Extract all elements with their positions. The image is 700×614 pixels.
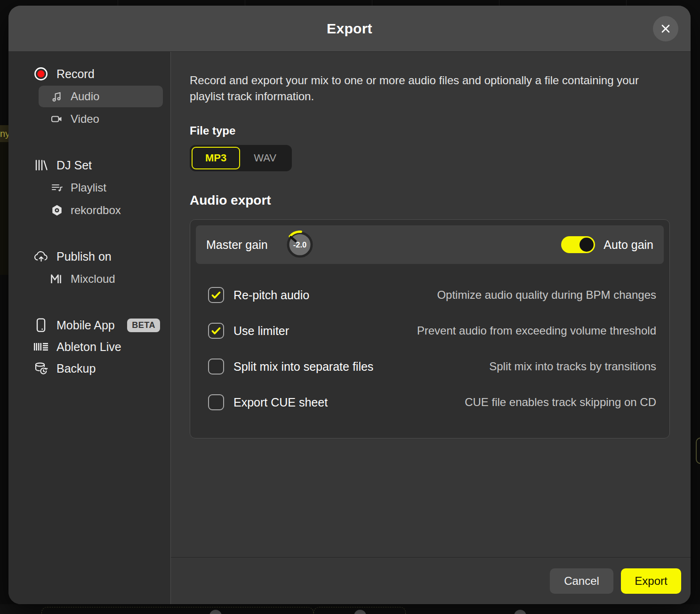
option-row-use-limiter: Use limiter Prevent audio from exceeding… xyxy=(208,313,656,349)
option-row-export-cue-sheet: Export CUE sheet CUE file enables track … xyxy=(208,384,656,420)
video-camera-icon xyxy=(49,112,65,126)
background-fragment xyxy=(41,607,314,614)
sidebar-item-label: Backup xyxy=(56,362,96,375)
file-type-option-mp3[interactable]: MP3 xyxy=(192,147,240,169)
sidebar-item-rekordbox[interactable]: rekordbox xyxy=(39,199,163,221)
export-description: Record and export your mix to one or mor… xyxy=(190,72,670,104)
sidebar-item-label: rekordbox xyxy=(71,204,121,217)
playlist-icon xyxy=(49,181,65,194)
mixcloud-icon xyxy=(49,273,65,285)
sidebar-item-label: Record xyxy=(56,67,95,81)
sidebar-item-label: DJ Set xyxy=(56,159,92,172)
auto-gain-label: Auto gain xyxy=(603,238,653,252)
export-dialog: Export Record xyxy=(8,6,691,604)
audio-export-options-panel: Master gain -2.0 xyxy=(190,219,670,439)
background-fragment xyxy=(0,142,8,275)
re-pitch-audio-checkbox[interactable] xyxy=(208,287,224,303)
auto-gain-toggle[interactable] xyxy=(561,236,595,253)
audio-export-section-title: Audio export xyxy=(190,193,670,208)
option-label: Use limiter xyxy=(233,324,289,338)
option-label: Re-pitch audio xyxy=(233,288,309,302)
rekordbox-icon xyxy=(49,204,65,217)
mobile-phone-icon xyxy=(31,318,51,333)
dialog-footer: Cancel Export xyxy=(171,557,691,604)
option-description: Optimize audio quality during BPM change… xyxy=(437,288,656,302)
sidebar-item-dj-set[interactable]: DJ Set xyxy=(8,154,170,176)
file-type-option-wav[interactable]: WAV xyxy=(240,147,290,169)
background-fragment xyxy=(118,0,118,6)
option-label: Split mix into separate files xyxy=(233,360,373,374)
file-type-label: File type xyxy=(190,124,670,137)
library-icon xyxy=(31,158,51,172)
sidebar-item-label: Video xyxy=(71,112,99,126)
sidebar-item-publish-on[interactable]: Publish on xyxy=(8,246,170,267)
export-settings-panel: Record and export your mix to one or mor… xyxy=(171,52,691,557)
beta-badge: BETA xyxy=(127,319,160,332)
master-gain-knob[interactable]: -2.0 xyxy=(286,231,314,259)
sidebar-item-label: Mixcloud xyxy=(71,272,115,286)
music-note-icon xyxy=(49,90,65,103)
sidebar-item-label: Mobile App xyxy=(56,319,115,332)
sidebar-item-label: Playlist xyxy=(71,181,106,194)
option-description: Split mix into tracks by transitions xyxy=(489,360,656,373)
background-fragment xyxy=(245,0,245,6)
dialog-title: Export xyxy=(327,21,372,37)
close-icon xyxy=(660,23,671,34)
sidebar-item-playlist[interactable]: Playlist xyxy=(39,177,163,199)
use-limiter-checkbox[interactable] xyxy=(208,323,224,339)
ableton-icon xyxy=(31,341,51,352)
sidebar-item-audio[interactable]: Audio xyxy=(39,86,163,107)
close-button[interactable] xyxy=(653,16,678,41)
dialog-header: Export xyxy=(8,6,691,52)
background-fragment xyxy=(372,0,372,6)
sidebar-item-label: Audio xyxy=(71,90,99,103)
sidebar-item-ableton-live[interactable]: Ableton Live xyxy=(8,336,170,358)
option-label: Export CUE sheet xyxy=(233,396,328,409)
file-type-option-label: MP3 xyxy=(205,152,226,164)
sidebar-item-mixcloud[interactable]: Mixcloud xyxy=(39,268,163,290)
file-type-segmented-control: MP3 WAV xyxy=(190,145,292,171)
option-row-re-pitch-audio: Re-pitch audio Optimize audio quality du… xyxy=(208,277,656,313)
cancel-button[interactable]: Cancel xyxy=(550,568,613,594)
background-fragment-text: ny xyxy=(0,125,8,142)
option-row-split-mix: Split mix into separate files Split mix … xyxy=(208,349,656,384)
split-mix-checkbox[interactable] xyxy=(208,359,224,375)
file-type-option-label: WAV xyxy=(254,152,276,164)
option-description: Prevent audio from exceeding volume thre… xyxy=(417,324,656,337)
master-gain-label: Master gain xyxy=(206,238,268,252)
option-list: Re-pitch audio Optimize audio quality du… xyxy=(196,264,664,432)
sidebar-item-label: Ableton Live xyxy=(56,340,121,354)
sidebar-item-record[interactable]: Record xyxy=(8,63,170,85)
backup-icon xyxy=(31,361,51,375)
sidebar-item-video[interactable]: Video xyxy=(39,108,163,130)
background-fragment xyxy=(696,438,700,464)
sidebar-item-mobile-app[interactable]: Mobile App BETA xyxy=(8,314,170,336)
background-fragment xyxy=(626,0,627,6)
sidebar: Record Audio Video xyxy=(8,52,171,604)
master-gain-value: -2.0 xyxy=(293,240,306,249)
cloud-upload-icon xyxy=(31,250,51,263)
record-icon xyxy=(31,66,51,81)
sidebar-item-label: Publish on xyxy=(56,250,112,263)
toggle-knob xyxy=(579,238,594,252)
screen: ny Export Record xyxy=(0,0,700,614)
sidebar-item-backup[interactable]: Backup xyxy=(8,358,170,379)
option-description: CUE file enables track skipping on CD xyxy=(465,396,656,409)
export-button[interactable]: Export xyxy=(621,568,681,594)
master-gain-row: Master gain -2.0 xyxy=(196,225,664,264)
export-cue-sheet-checkbox[interactable] xyxy=(208,394,224,410)
background-fragment xyxy=(499,0,499,6)
